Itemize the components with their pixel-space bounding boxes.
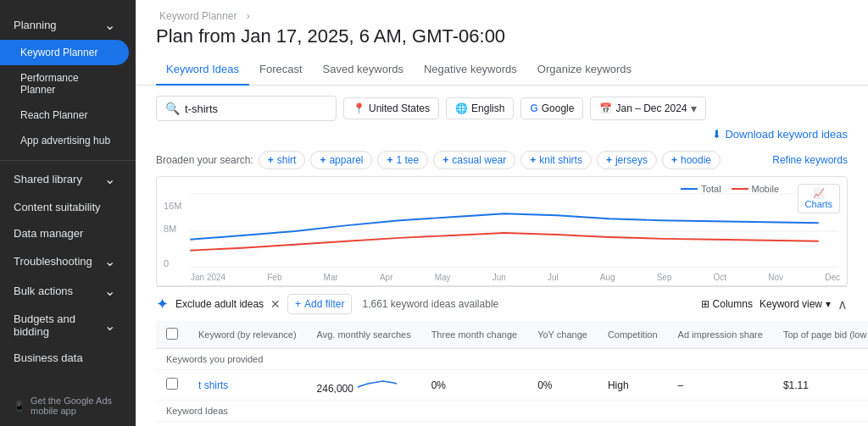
y-label-bot: 0 [164, 258, 169, 268]
chart-icon: 📈 [813, 188, 825, 199]
sidebar-item-keyword-planner[interactable]: Keyword Planner [0, 40, 129, 65]
shared-library-chevron-icon: ⌄ [104, 171, 115, 187]
search-input[interactable] [185, 102, 327, 115]
sidebar-planning-header[interactable]: Planning ⌄ [0, 10, 129, 40]
table-header-row: Keyword (by relevance) Avg. monthly sear… [156, 321, 868, 349]
table-toolbar: ✦ Exclude adult ideas ✕ + Add filter 1,6… [156, 286, 848, 321]
content-header: Keyword Planner › Plan from Jan 17, 2025… [136, 0, 868, 47]
keyword-view-chevron-icon: ▾ [826, 298, 831, 310]
sidebar-item-data-manager[interactable]: Data manager [0, 220, 129, 246]
th-ad-impression[interactable]: Ad impression share [668, 321, 773, 349]
keywords-table: Keyword (by relevance) Avg. monthly sear… [156, 321, 868, 426]
bulk-actions-chevron-icon: ⌄ [104, 283, 115, 299]
y-label-mid: 8M [164, 224, 176, 234]
sparkline-t-shirts [356, 375, 398, 392]
broaden-chip-hoodie[interactable]: +hoodie [662, 151, 721, 169]
row-checkbox[interactable] [156, 422, 188, 427]
network-filter[interactable]: G Google [520, 97, 583, 119]
competition-cell: High [598, 370, 668, 401]
tab-organize-keywords[interactable]: Organize keywords [527, 54, 642, 86]
columns-button[interactable]: ⊞ Columns [701, 298, 753, 310]
keyword-count-label: 1,661 keyword ideas available [362, 298, 498, 310]
broaden-label: Broaden your search: [156, 154, 253, 166]
legend-mobile-dot [732, 188, 748, 190]
sidebar-item-business-data[interactable]: Business data [0, 345, 129, 371]
collapse-button[interactable]: ∧ [837, 296, 848, 313]
date-filter[interactable]: 📅 Jan – Dec 2024 ▾ [590, 97, 705, 120]
three-month-cell: +22% [421, 422, 528, 427]
sidebar-item-budgets-and-bidding[interactable]: Budgets and bidding ⌄ [0, 306, 129, 345]
th-bid-low[interactable]: Top of page bid (low range) [773, 321, 868, 349]
page-title: Plan from Jan 17, 2025, 6 AM, GMT-06:00 [156, 25, 848, 47]
section-label-provided: Keywords you provided [156, 349, 868, 370]
sidebar: Planning ⌄ Keyword Planner Performance P… [0, 0, 136, 426]
sidebar-item-troubleshooting[interactable]: Troubleshooting ⌄ [0, 246, 129, 276]
th-monthly[interactable]: Avg. monthly searches [307, 321, 421, 349]
location-icon: 📍 [353, 102, 365, 114]
broaden-chip-1tee[interactable]: +1 tee [377, 151, 428, 169]
ad-impression-cell: – [668, 422, 773, 427]
tab-keyword-ideas[interactable]: Keyword Ideas [156, 54, 249, 86]
breadcrumb[interactable]: Keyword Planner › [156, 10, 848, 22]
th-competition[interactable]: Competition [598, 321, 668, 349]
monthly-cell: 246,000 [307, 370, 421, 401]
broaden-bar: Broaden your search: +shirt +apparel +1 … [136, 147, 868, 176]
chart-legend: Total Mobile [681, 184, 779, 194]
th-checkbox [156, 321, 188, 349]
yoy-cell: 0% [527, 422, 598, 427]
bid-low-cell: $1.11 [773, 370, 868, 401]
broaden-chip-knit-shirts[interactable]: +knit shirts [520, 151, 592, 169]
th-keyword[interactable]: Keyword (by relevance) [188, 321, 307, 349]
ad-impression-cell: – [668, 370, 773, 401]
tab-negative-keywords[interactable]: Negative keywords [414, 54, 527, 86]
sidebar-item-content-suitability[interactable]: Content suitability [0, 194, 129, 220]
exclude-close-icon[interactable]: ✕ [270, 297, 281, 311]
th-three-month[interactable]: Three month change [421, 321, 528, 349]
broaden-chip-shirt[interactable]: +shirt [259, 151, 306, 169]
download-icon: ⬇ [712, 128, 721, 141]
planning-label: Planning [14, 19, 57, 31]
tab-saved-keywords[interactable]: Saved keywords [313, 54, 414, 86]
language-filter[interactable]: 🌐 English [446, 97, 514, 119]
table-row: custom t shirts 165,000 +22% 0% High – $… [156, 422, 868, 427]
broaden-chip-casual-wear[interactable]: +casual wear [433, 151, 515, 169]
row-checkbox[interactable] [156, 370, 188, 401]
add-filter-button[interactable]: + Add filter [287, 294, 352, 314]
sidebar-item-performance-planner[interactable]: Performance Planner [0, 65, 129, 102]
keyword-cell: custom t shirts [188, 422, 307, 427]
competition-cell: High [598, 422, 668, 427]
exclude-adult-ideas-button[interactable]: Exclude adult ideas [175, 298, 264, 310]
date-chevron-icon: ▾ [691, 102, 697, 115]
tab-forecast[interactable]: Forecast [249, 54, 313, 86]
calendar-icon: 📅 [599, 102, 612, 114]
budgets-and-bidding-chevron-icon: ⌄ [104, 318, 115, 334]
refine-keywords-button[interactable]: Refine keywords [772, 154, 848, 166]
broaden-chip-jerseys[interactable]: +jerseys [597, 151, 657, 169]
magic-wand-icon: ✦ [156, 295, 169, 313]
th-yoy[interactable]: YoY change [527, 321, 598, 349]
yoy-cell: 0% [527, 370, 598, 401]
location-filter[interactable]: 📍 United States [343, 97, 439, 119]
broaden-chip-apparel[interactable]: +apparel [310, 151, 372, 169]
table-row: t shirts 246,000 0% 0% High – $1.11 $5.9… [156, 370, 868, 401]
filters-bar: 🔍 📍 United States 🌐 English G Google 📅 J… [136, 86, 868, 147]
search-icon: 🔍 [165, 102, 180, 115]
legend-total-dot [681, 188, 698, 190]
sidebar-footer[interactable]: 📱 Get the Google Ads mobile app [0, 385, 136, 426]
sidebar-item-reach-planner[interactable]: Reach Planner [0, 102, 129, 128]
sidebar-item-app-advertising-hub[interactable]: App advertising hub [0, 128, 129, 153]
chart-container: 16M 8M 0 Jan 2024 Feb Mar Apr May Jun Ju… [156, 176, 848, 286]
keyword-view-button[interactable]: Keyword view ▾ [760, 298, 831, 310]
three-month-cell: 0% [421, 370, 528, 401]
monthly-cell: 165,000 [307, 422, 421, 427]
mobile-app-icon: 📱 [14, 401, 25, 412]
sidebar-divider [0, 160, 136, 161]
keyword-cell: t shirts [188, 370, 307, 401]
sidebar-item-bulk-actions[interactable]: Bulk actions ⌄ [0, 276, 129, 306]
sidebar-item-shared-library[interactable]: Shared library ⌄ [0, 164, 129, 194]
select-all-checkbox[interactable] [166, 328, 178, 340]
charts-button[interactable]: 📈 Charts [798, 184, 840, 213]
search-box[interactable]: 🔍 [156, 96, 337, 121]
download-button[interactable]: ⬇ Download keyword ideas [712, 128, 848, 141]
sidebar-planning-section: Planning ⌄ Keyword Planner Performance P… [0, 7, 136, 157]
